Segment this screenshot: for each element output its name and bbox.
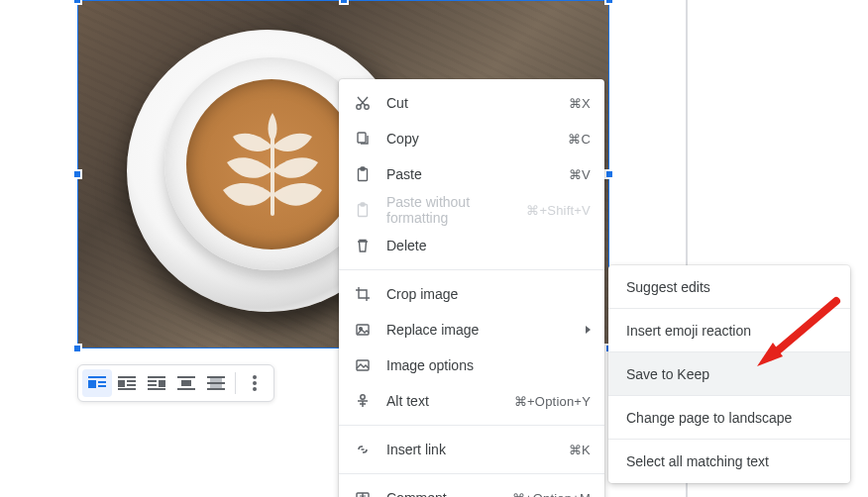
menu-item-alt-text[interactable]: Alt text ⌘+Option+Y [339,383,604,419]
menu-item-cut[interactable]: Cut ⌘X [339,85,604,121]
copy-icon [353,129,373,149]
svg-rect-28 [358,133,366,143]
svg-rect-14 [148,384,157,386]
more-actions-submenu: Suggest edits Insert emoji reaction Save… [608,265,850,483]
menu-item-paste-plain: Paste without formatting ⌘+Shift+V [339,192,604,228]
menu-label: Image options [386,357,591,373]
submenu-item-suggest-edits[interactable]: Suggest edits [608,265,850,309]
svg-rect-12 [159,380,165,387]
replace-image-icon [353,320,373,340]
wrap-inline-button[interactable] [82,369,112,397]
comment-icon [353,488,373,497]
menu-shortcut: ⌘+Option+Y [514,394,591,409]
svg-rect-8 [127,380,136,382]
menu-label: Replace image [386,322,591,338]
svg-rect-32 [361,203,365,206]
menu-item-crop[interactable]: Crop image [339,276,604,312]
svg-rect-1 [88,376,106,378]
menu-item-image-options[interactable]: Image options [339,348,604,383]
svg-rect-0 [271,137,274,216]
image-wrap-toolbar [77,364,274,402]
menu-shortcut: ⌘+Option+M [512,491,591,498]
svg-rect-3 [98,381,106,383]
svg-rect-16 [177,376,195,378]
menu-label: Insert link [386,442,569,457]
menu-label: Paste [386,166,569,182]
delete-icon [353,236,373,255]
svg-rect-15 [148,388,165,390]
svg-rect-20 [207,376,225,378]
menu-shortcut: ⌘C [568,132,591,147]
resize-handle-sw[interactable] [73,345,81,352]
submenu-label: Suggest edits [626,279,710,295]
svg-rect-7 [118,380,125,387]
crop-icon [353,284,373,304]
resize-handle-e[interactable] [605,170,613,178]
submenu-item-insert-emoji-reaction[interactable]: Insert emoji reaction [608,309,850,352]
alt-text-icon [353,391,373,411]
menu-label: Copy [386,131,568,147]
wrap-left-button[interactable] [112,369,142,397]
menu-shortcut: ⌘V [569,167,591,182]
menu-item-delete[interactable]: Delete [339,228,604,263]
menu-shortcut: ⌘+Shift+V [526,203,591,218]
submenu-label: Change page to landscape [626,410,792,426]
submenu-label: Save to Keep [626,366,709,382]
menu-shortcut: ⌘X [569,96,591,111]
submenu-item-select-all-matching-text[interactable]: Select all matching text [608,440,850,483]
behind-text-button[interactable] [201,369,231,397]
menu-separator [339,425,604,426]
menu-separator [339,473,604,474]
submenu-label: Insert emoji reaction [626,323,751,339]
resize-handle-n[interactable] [340,0,348,4]
paste-plain-icon [353,200,373,220]
svg-rect-2 [88,380,96,388]
menu-item-copy[interactable]: Copy ⌘C [339,121,604,156]
menu-label: Comment [386,490,512,497]
svg-rect-4 [98,385,106,387]
menu-label: Crop image [386,286,591,302]
svg-rect-9 [127,384,136,386]
menu-label: Paste without formatting [386,194,526,226]
submenu-label: Select all matching text [626,453,769,469]
svg-rect-6 [118,376,136,378]
submenu-item-save-to-keep[interactable]: Save to Keep [608,352,850,396]
menu-separator [339,269,604,270]
context-menu: Cut ⌘X Copy ⌘C Paste ⌘V Paste without fo… [339,79,604,497]
menu-shortcut: ⌘K [569,443,591,457]
svg-point-25 [253,387,257,391]
svg-point-24 [253,381,257,385]
link-icon [353,440,373,459]
menu-item-paste[interactable]: Paste ⌘V [339,156,604,192]
resize-handle-w[interactable] [73,170,81,178]
more-options-button[interactable] [240,369,270,397]
cut-icon [353,93,373,113]
svg-rect-30 [361,167,365,170]
menu-label: Delete [386,238,591,253]
resize-handle-nw[interactable] [73,0,81,4]
break-text-button[interactable] [171,369,201,397]
svg-rect-21 [207,382,225,384]
menu-item-replace-image[interactable]: Replace image [339,312,604,348]
svg-point-23 [253,375,257,379]
submenu-item-change-page-to-landscape[interactable]: Change page to landscape [608,396,850,440]
image-options-icon [353,355,373,375]
submenu-caret-icon [586,326,591,334]
toolbar-separator [235,372,236,394]
menu-item-comment[interactable]: Comment ⌘+Option+M [339,480,604,497]
latte-art [223,107,322,226]
svg-rect-10 [118,388,136,390]
svg-rect-22 [207,388,225,390]
svg-rect-35 [357,360,369,370]
paste-icon [353,164,373,184]
svg-rect-13 [148,380,157,382]
svg-rect-11 [148,376,165,378]
menu-label: Alt text [386,393,514,409]
svg-rect-18 [177,388,195,390]
wrap-right-button[interactable] [142,369,171,397]
menu-item-insert-link[interactable]: Insert link ⌘K [339,432,604,467]
svg-point-36 [361,395,365,399]
menu-label: Cut [386,95,569,111]
resize-handle-ne[interactable] [605,0,613,4]
svg-rect-17 [181,380,191,386]
